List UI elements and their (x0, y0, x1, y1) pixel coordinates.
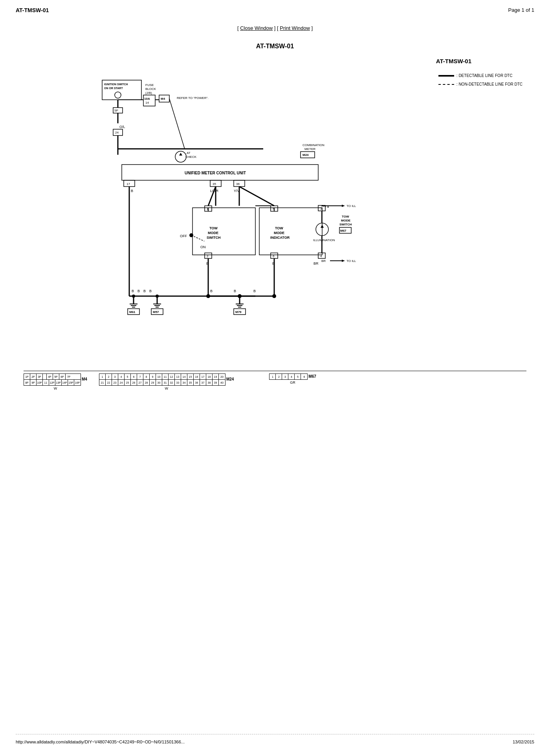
svg-text:ON: ON (200, 245, 206, 249)
svg-marker-73 (321, 225, 324, 228)
m4-label: M4 (82, 377, 87, 381)
m4-cell: 16P (74, 380, 81, 385)
svg-marker-23 (179, 153, 182, 156)
svg-point-124 (238, 294, 242, 298)
svg-text:TO ILL: TO ILL (346, 204, 356, 208)
svg-text:B: B (234, 289, 236, 293)
svg-text:TO ILL: TO ILL (346, 259, 356, 263)
svg-text:(J/B): (J/B) (145, 91, 152, 95)
m4-cell: 11 (43, 380, 49, 385)
m67-connector-block: 1 2 3 4 5 6 M67 GR (269, 373, 316, 384)
svg-text:UNIFIED METER CONTROL UNIT: UNIFIED METER CONTROL UNIT (185, 171, 246, 175)
svg-text:MODE: MODE (208, 231, 218, 235)
m4-cell: 15P (68, 380, 74, 385)
svg-text:OFF: OFF (180, 234, 187, 238)
svg-line-133 (169, 99, 185, 149)
svg-text:35: 35 (213, 182, 216, 186)
m4-cell: 10P (37, 380, 43, 385)
svg-text:REFER TO "POWER".: REFER TO "POWER". (177, 96, 209, 100)
svg-text:24: 24 (115, 131, 119, 134)
m4-color: W (54, 386, 57, 390)
svg-text:M57: M57 (153, 310, 159, 314)
page-header: AT-TMSW-01 Page 1 of 1 (0, 0, 550, 13)
svg-text:M4: M4 (161, 97, 165, 101)
svg-text:O/L: O/L (119, 125, 125, 129)
footer-url: http://www.alldatadiy.com/alldatadiy/DIY… (16, 740, 534, 744)
m4-cell: 4P (47, 374, 53, 379)
svg-text:SWITCH: SWITCH (207, 236, 221, 240)
svg-text:SWITCH: SWITCH (339, 223, 352, 226)
diagram-title-sub: AT-TMSW-01 (0, 58, 550, 64)
header-title: AT-TMSW-01 (16, 7, 49, 13)
m4-cell: 1P (24, 374, 30, 379)
svg-text:M61: M61 (129, 310, 136, 314)
m24-label: M24 (226, 377, 234, 381)
svg-text:2: 2 (207, 254, 209, 258)
m24-color: W (165, 386, 168, 390)
header-page: Page 1 of 1 (508, 7, 535, 13)
close-window-link[interactable]: Close Window (240, 25, 273, 31)
nav-links: [ Close Window ] [ Print Window ] (0, 25, 550, 31)
svg-text:TOW: TOW (342, 215, 349, 218)
svg-marker-83 (342, 260, 345, 262)
m4-cell: 13P (55, 380, 62, 385)
svg-text:5P: 5P (114, 109, 118, 112)
svg-text:INDICATOR: INDICATOR (270, 236, 290, 240)
svg-text:B: B (131, 189, 133, 193)
m4-cell: 5P (53, 374, 59, 379)
svg-text:B: B (143, 289, 146, 293)
svg-text:ON OR START: ON OR START (104, 87, 123, 90)
svg-text:MODE: MODE (341, 219, 351, 222)
svg-text:14: 14 (145, 101, 149, 104)
svg-text:MODE: MODE (274, 231, 284, 235)
svg-text:B: B (149, 289, 152, 293)
svg-text:Y/V: Y/V (234, 189, 240, 193)
svg-text:METER: METER (304, 147, 315, 151)
svg-point-127 (156, 295, 159, 298)
svg-text:10A: 10A (144, 97, 150, 101)
footer-url-text: http://www.alldatadiy.com/alldatadiy/DIY… (16, 740, 185, 744)
svg-point-126 (132, 295, 135, 298)
svg-text:M79: M79 (235, 310, 242, 314)
svg-text:IGNITION SWITCH: IGNITION SWITCH (104, 83, 128, 86)
svg-text:AT: AT (187, 151, 191, 155)
svg-text:B: B (132, 289, 134, 293)
svg-text:COMBINATION: COMBINATION (302, 143, 324, 147)
m4-cell: 6P (59, 374, 66, 379)
svg-marker-45 (342, 205, 345, 207)
m4-cell: 8P (24, 380, 30, 385)
connector-table: 1P 2P 3P 4P 5P 6P 7P 8P 9P 10P 11 12P 13… (24, 371, 526, 390)
m4-cell: 12P (49, 380, 55, 385)
svg-point-125 (272, 294, 276, 298)
footer-date: 13/02/2015 (513, 740, 534, 744)
svg-text:B: B (138, 289, 140, 293)
footer-line (16, 734, 534, 734)
m4-cell: 9P (30, 380, 37, 385)
svg-text:BR: BR (321, 259, 326, 263)
m24-connector-block: 1 2 3 4 5 6 7 8 9 10 11 12 13 14 15 16 1 (99, 373, 234, 390)
svg-text:CHECK: CHECK (185, 155, 197, 159)
svg-text:36: 36 (236, 182, 240, 186)
svg-line-71 (239, 187, 274, 206)
m4-cell: 7P (66, 374, 72, 379)
wiring-diagram: IGNITION SWITCH ON OR START 5P FUSE BLOC… (24, 68, 526, 367)
svg-text:TOW: TOW (275, 226, 283, 230)
m4-cell: 2P (30, 374, 37, 379)
svg-rect-61 (259, 208, 322, 255)
svg-text:M67: M67 (340, 229, 346, 232)
svg-text:FUSE: FUSE (145, 83, 154, 87)
svg-text:6: 6 (273, 254, 275, 258)
svg-text:B: B (210, 289, 213, 293)
m67-color: GR (290, 381, 295, 384)
diagram-title-main: AT-TMSW-01 (0, 43, 550, 50)
m4-cell: 14P (62, 380, 68, 385)
svg-point-3 (115, 92, 121, 98)
m4-cell: 3P (37, 374, 43, 379)
svg-text:4: 4 (320, 254, 322, 258)
svg-point-123 (206, 294, 210, 298)
m4-cell (43, 374, 47, 379)
diagram-container: : DETECTABLE LINE FOR DTC : NON-DETECTAB… (24, 68, 526, 367)
print-window-link[interactable]: Print Window (280, 25, 310, 31)
svg-text:TOW: TOW (209, 226, 218, 230)
svg-line-56 (191, 235, 204, 241)
